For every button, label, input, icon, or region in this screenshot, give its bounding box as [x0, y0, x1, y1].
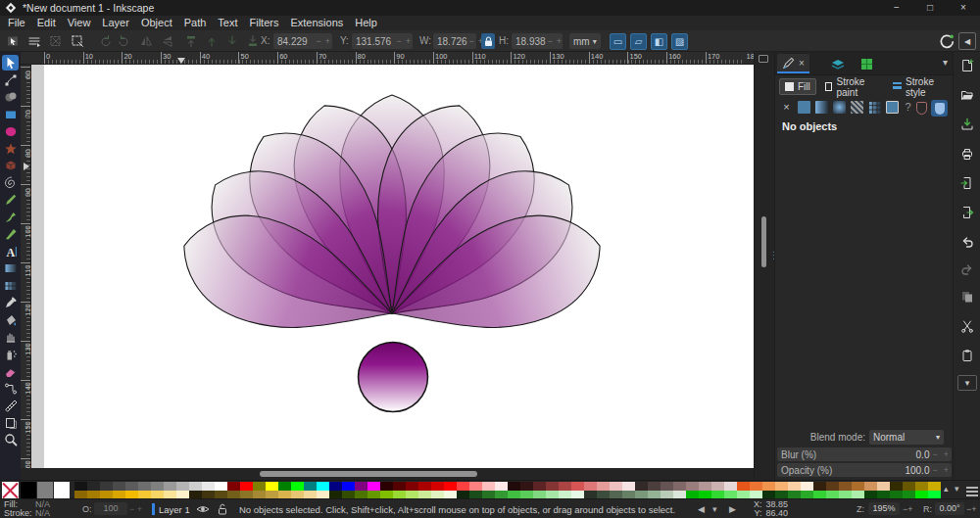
- swatch-#e6551a[interactable]: [737, 482, 750, 491]
- swatch-#b39797[interactable]: [699, 482, 711, 491]
- swatch-#d0945c[interactable]: [864, 482, 877, 491]
- swatch-#998200[interactable]: [915, 482, 928, 491]
- swatch-#ff4040[interactable]: [457, 482, 469, 491]
- minimize-button[interactable]: −: [880, 0, 913, 16]
- swatch-#665700[interactable]: [903, 482, 915, 491]
- layer-visibility-icon[interactable]: [196, 504, 210, 514]
- lock-ratio-button[interactable]: [481, 33, 495, 49]
- swatch-#800000[interactable]: [406, 482, 418, 491]
- swatch-#665353[interactable]: [661, 482, 673, 491]
- swatch-#ccb1b1[interactable]: [711, 482, 724, 491]
- cut-button[interactable]: [957, 316, 977, 336]
- fill-rule-evenodd-icon[interactable]: [916, 102, 927, 115]
- swatch-#d40000[interactable]: [431, 482, 444, 491]
- swatch-#141414[interactable]: [74, 482, 87, 491]
- tool-pencil[interactable]: [2, 192, 19, 208]
- swatch-#6e6e6e[interactable]: [138, 482, 151, 491]
- collapse-panel-button[interactable]: ◀: [958, 32, 976, 50]
- tool-pages[interactable]: [2, 415, 19, 431]
- swatch-#331414[interactable]: [520, 482, 533, 491]
- swatch-#b4b4b4[interactable]: [176, 482, 189, 491]
- swatch-#f7e3e3[interactable]: [622, 482, 635, 491]
- swatch-#00ff00[interactable]: [291, 482, 304, 491]
- swatch-#ffff00[interactable]: [266, 482, 278, 491]
- swatch-#ff8080[interactable]: [469, 482, 482, 491]
- swatch-#853434[interactable]: [546, 482, 559, 491]
- open-button[interactable]: [957, 85, 977, 105]
- select-all-button[interactable]: [4, 32, 22, 50]
- scale-gradient-toggle[interactable]: ◧: [651, 33, 667, 50]
- opacity-slider[interactable]: Opacity (%) 100.0 −+: [777, 463, 952, 477]
- next-message-icon[interactable]: ▶: [729, 504, 736, 514]
- paste-button[interactable]: [957, 346, 977, 365]
- dialog-menu-chevron-icon[interactable]: ▾: [943, 57, 948, 68]
- swatch-#ad4444[interactable]: [559, 482, 571, 491]
- zoom-field[interactable]: 195%: [868, 502, 900, 515]
- swatch-#800080[interactable]: [355, 482, 368, 491]
- swatch-#ffbfbf[interactable]: [482, 482, 495, 491]
- redo-button[interactable]: [957, 259, 977, 279]
- more-commands-button[interactable]: ▾: [957, 375, 977, 391]
- tool-mesh-gradient[interactable]: [2, 278, 19, 294]
- close-tab-icon[interactable]: ×: [799, 58, 805, 69]
- menu-view[interactable]: View: [62, 16, 97, 30]
- save-button[interactable]: [957, 115, 977, 134]
- swatch-#4a4a4a[interactable]: [113, 482, 125, 491]
- fill-stroke-indicator[interactable]: Fill:N/A Stroke:N/A: [4, 500, 50, 518]
- tool-paint-bucket[interactable]: [2, 312, 19, 328]
- swatch-#00ffff[interactable]: [317, 482, 329, 491]
- horizontal-scrollbar[interactable]: [21, 468, 754, 480]
- rotate-cw-button[interactable]: [116, 32, 133, 50]
- swatch-#ff0000[interactable]: [444, 482, 457, 491]
- y-field[interactable]: 131.576−+: [352, 33, 413, 49]
- swatch-#000080[interactable]: [329, 482, 342, 491]
- blur-slider[interactable]: Blur (%) 0.0 −+: [777, 447, 952, 461]
- scale-corners-toggle[interactable]: ▱: [630, 33, 647, 50]
- tool-measure[interactable]: [2, 398, 19, 413]
- menu-help[interactable]: Help: [349, 16, 383, 30]
- lower-to-bottom-button[interactable]: [244, 32, 262, 50]
- horizontal-scrollbar-thumb[interactable]: [260, 471, 477, 477]
- no-paint-button[interactable]: ×: [780, 101, 793, 114]
- tab-stroke-style[interactable]: Stroke style: [888, 78, 953, 95]
- tool-tweak[interactable]: [2, 329, 19, 345]
- swatch-#000000[interactable]: [21, 482, 36, 498]
- tab-fill-and-stroke[interactable]: ×: [777, 54, 809, 73]
- rotation-field[interactable]: 0.00°: [935, 502, 964, 515]
- swatch-#ccae00[interactable]: [928, 482, 941, 491]
- unit-dropdown[interactable]: mm▾: [569, 33, 601, 49]
- tab-stroke-paint[interactable]: Stroke paint: [820, 78, 884, 95]
- tool-gradient[interactable]: [2, 260, 19, 276]
- swatch-#808000[interactable]: [253, 482, 266, 491]
- swatch-none[interactable]: [2, 482, 19, 498]
- canvas-desk[interactable]: [31, 65, 754, 468]
- opacity-stepper[interactable]: − +: [129, 504, 142, 514]
- vertical-ruler[interactable]: 60708090100110120130140150160: [21, 65, 31, 468]
- swatch-#808080[interactable]: [37, 482, 53, 498]
- tool-pen[interactable]: [2, 210, 19, 225]
- swatch-#332b00[interactable]: [890, 482, 903, 491]
- swatch-#e79c9c[interactable]: [597, 482, 610, 491]
- swatch-#fad1a6[interactable]: [788, 482, 801, 491]
- horizontal-ruler[interactable]: 0102030405060708090100110120130140150160…: [21, 52, 754, 65]
- maximize-button[interactable]: □: [913, 0, 947, 16]
- swatch-#ad6e2b[interactable]: [852, 482, 864, 491]
- undo-button[interactable]: [957, 232, 977, 252]
- swatch-#f5b273[interactable]: [775, 482, 788, 491]
- swatch-#200a0a[interactable]: [508, 482, 520, 491]
- swatch-#0000ff[interactable]: [342, 482, 355, 491]
- swatch-#cecece[interactable]: [189, 482, 202, 491]
- raise-to-top-button[interactable]: [182, 32, 200, 50]
- tool-shape-builder[interactable]: [2, 89, 19, 105]
- menu-file[interactable]: File: [2, 16, 31, 30]
- swatch-#33200d[interactable]: [813, 482, 826, 491]
- tool-eraser[interactable]: [2, 363, 19, 379]
- tool-spray[interactable]: [2, 347, 19, 362]
- swatch-#383838[interactable]: [100, 482, 113, 491]
- swatch-#f0934d[interactable]: [762, 482, 775, 491]
- swatch-#ffe9e9[interactable]: [495, 482, 508, 491]
- close-button[interactable]: ×: [947, 0, 980, 16]
- swatch-#855421[interactable]: [839, 482, 852, 491]
- blend-mode-select[interactable]: Normal▾: [869, 430, 944, 445]
- swatch-#9a9a9a[interactable]: [164, 482, 176, 491]
